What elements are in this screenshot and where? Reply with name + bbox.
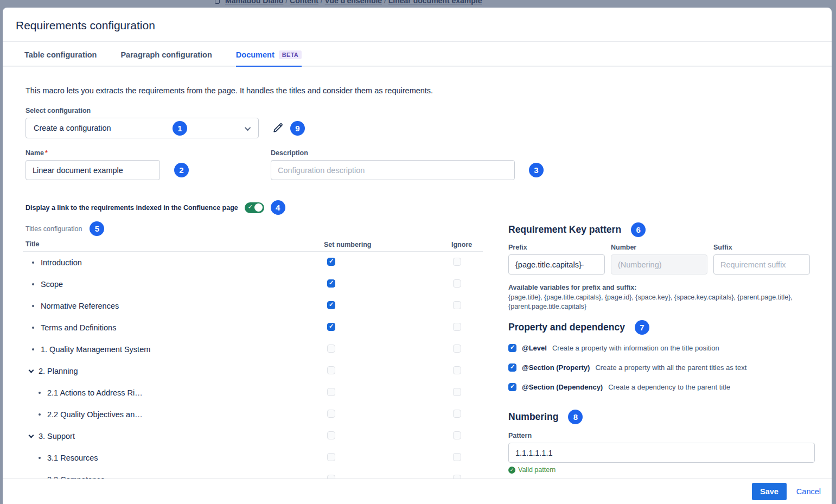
property-checkbox[interactable]	[508, 383, 516, 391]
breadcrumb-items: Mamadou Diallo / Content / Vue d'ensembl…	[225, 0, 482, 5]
ignore-checkbox[interactable]	[453, 453, 461, 461]
description-label: Description	[271, 149, 544, 157]
bullet-icon	[32, 261, 34, 264]
property-description: Create a property with all the parent ti…	[595, 363, 746, 372]
column-header-ignore: Ignore	[449, 241, 472, 248]
breadcrumb: Mamadou Diallo / Content / Vue d'ensembl…	[215, 0, 482, 5]
set-numbering-checkbox[interactable]	[327, 323, 335, 331]
table-row: 3.1 Resources	[23, 447, 508, 469]
number-label: Number	[611, 244, 707, 251]
select-configuration-label: Select configuration	[25, 107, 812, 114]
tab-label: Paragraph configuration	[120, 50, 212, 59]
prefix-field[interactable]	[508, 254, 605, 275]
save-button[interactable]: Save	[752, 483, 787, 500]
table-row: 3. Support	[23, 425, 508, 447]
title-label: 2. Planning	[39, 367, 78, 375]
tab-label: Document	[236, 50, 275, 59]
property-option: @Section (Dependency)Create a dependency…	[508, 377, 815, 397]
table-row: Normative References	[23, 295, 508, 317]
bullet-icon	[39, 392, 41, 394]
step-badge-7: 7	[635, 320, 649, 335]
pattern-label: Pattern	[508, 432, 815, 439]
table-row: Scope	[23, 273, 508, 295]
ignore-checkbox[interactable]	[453, 366, 461, 374]
breadcrumb-separator: /	[283, 0, 290, 5]
ignore-checkbox[interactable]	[453, 279, 461, 288]
chevron-down-icon[interactable]	[29, 368, 34, 373]
set-numbering-checkbox[interactable]	[327, 431, 335, 439]
macro-description: This macro lets you extracts the require…	[25, 86, 812, 95]
ignore-checkbox[interactable]	[453, 301, 461, 309]
set-numbering-checkbox[interactable]	[327, 344, 335, 353]
configuration-select-value: Create a configuration	[34, 124, 111, 132]
valid-check-icon: ✓	[508, 467, 515, 474]
titles-configuration-panel: Titles configuration 5 Title Set numberi…	[23, 221, 508, 504]
cancel-button[interactable]: Cancel	[796, 487, 821, 496]
title-label: 1. Quality Management System	[41, 345, 150, 354]
available-variables-list: {page.title}, {page.title.capitals}, {pa…	[508, 293, 801, 311]
ignore-checkbox[interactable]	[453, 344, 461, 353]
step-badge-1: 1	[173, 121, 187, 136]
table-row: 1. Quality Management System	[23, 339, 508, 360]
breadcrumb-separator: /	[318, 0, 325, 5]
bullet-icon	[32, 348, 34, 350]
property-description: Create a property with information on th…	[552, 344, 719, 352]
breadcrumb-link[interactable]: Linear document example	[388, 0, 482, 5]
tab-paragraph-configuration[interactable]: Paragraph configuration	[120, 42, 212, 67]
requirements-configuration-dialog: Requirements configuration Table configu…	[3, 8, 832, 504]
title-label: Introduction	[41, 258, 82, 267]
tab-document[interactable]: Document BETA	[236, 42, 302, 67]
set-numbering-checkbox[interactable]	[327, 388, 335, 396]
title-label: 3.1 Resources	[47, 454, 98, 462]
breadcrumb-link[interactable]: Vue d'ensemble	[325, 0, 382, 5]
suffix-label: Suffix	[713, 244, 810, 251]
ignore-checkbox[interactable]	[453, 258, 461, 266]
pattern-field[interactable]	[508, 443, 815, 463]
ignore-checkbox[interactable]	[453, 388, 461, 396]
property-description: Create a dependency to the parent title	[608, 383, 730, 391]
ignore-checkbox[interactable]	[453, 410, 461, 418]
required-asterisk: *	[45, 149, 48, 157]
ignore-checkbox[interactable]	[453, 323, 461, 331]
pattern-validation-message: Valid pattern	[518, 466, 556, 474]
tab-label: Table configuration	[24, 50, 97, 59]
available-variables-title: Available variables for prefix and suffi…	[508, 284, 815, 291]
tab-table-configuration[interactable]: Table configuration	[24, 42, 97, 67]
table-row: Terms and Definitions	[23, 317, 508, 339]
property-checkbox[interactable]	[508, 344, 516, 352]
chevron-down-icon[interactable]	[29, 433, 34, 438]
display-link-toggle-label: Display a link to the requirements index…	[25, 204, 238, 212]
breadcrumb-separator: /	[382, 0, 388, 5]
settings-panel: Requirement Key pattern 6 Prefix Number …	[508, 221, 815, 504]
chevron-down-icon	[245, 125, 251, 131]
bullet-icon	[39, 457, 41, 459]
titles-configuration-label: Titles configuration	[25, 225, 82, 233]
suffix-field[interactable]	[713, 254, 810, 275]
property-option: @Section (Property)Create a property wit…	[508, 358, 815, 377]
title-label: Scope	[41, 280, 63, 289]
breadcrumb-link[interactable]: Content	[290, 0, 318, 5]
description-field[interactable]	[271, 160, 515, 180]
requirement-key-pattern-heading: Requirement Key pattern	[508, 224, 621, 235]
top-navigation-bar: Mamadou Diallo / Content / Vue d'ensembl…	[0, 0, 836, 8]
property-checkbox[interactable]	[508, 363, 516, 372]
set-numbering-checkbox[interactable]	[327, 410, 335, 418]
name-field[interactable]	[25, 160, 160, 180]
set-numbering-checkbox[interactable]	[327, 453, 335, 461]
ignore-checkbox[interactable]	[453, 431, 461, 439]
set-numbering-checkbox[interactable]	[327, 279, 335, 288]
titles-table-header: Title Set numbering Ignore	[23, 237, 508, 251]
bullet-icon	[32, 283, 34, 285]
set-numbering-checkbox[interactable]	[327, 366, 335, 374]
edit-configuration-button[interactable]	[272, 122, 284, 134]
name-label: Name*	[25, 149, 189, 157]
display-link-toggle[interactable]: ✓	[245, 202, 264, 213]
set-numbering-checkbox[interactable]	[327, 258, 335, 266]
dialog-content: This macro lets you extracts the require…	[3, 67, 832, 504]
set-numbering-checkbox[interactable]	[327, 301, 335, 309]
property-options: @LevelCreate a property with information…	[508, 338, 815, 397]
bullet-icon	[32, 327, 34, 329]
configuration-select[interactable]: Create a configuration 1	[25, 118, 259, 138]
title-label: 2.2 Quality Objectives an…	[47, 410, 143, 419]
breadcrumb-link[interactable]: Mamadou Diallo	[225, 0, 283, 5]
